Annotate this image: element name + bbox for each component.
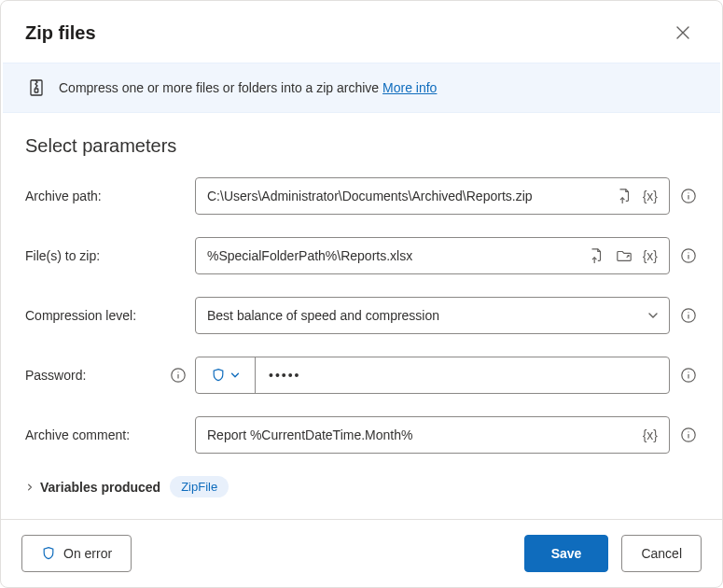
svg-point-13 <box>688 431 688 432</box>
compression-level-select[interactable]: Best balance of speed and compression <box>195 297 670 334</box>
archive-comment-input[interactable]: Report %CurrentDateTime.Month% {x} <box>195 416 670 454</box>
archive-path-input[interactable]: C:\Users\Administrator\Documents\Archive… <box>195 177 670 215</box>
info-icon[interactable] <box>679 246 698 265</box>
select-file-icon[interactable] <box>585 245 607 267</box>
insert-variable-icon[interactable]: {x} <box>641 427 660 442</box>
password-input[interactable]: ••••• <box>195 357 670 394</box>
more-info-link[interactable]: More info <box>382 80 437 95</box>
insert-variable-icon[interactable]: {x} <box>641 189 660 203</box>
archive-path-label: Archive path: <box>25 189 102 203</box>
password-value: ••••• <box>256 357 669 393</box>
on-error-label: On error <box>63 546 112 561</box>
password-label: Password: <box>25 368 86 383</box>
compression-level-value: Best balance of speed and compression <box>207 308 439 323</box>
variables-produced-expander[interactable]: Variables produced <box>25 480 160 495</box>
dialog-title: Zip files <box>25 22 96 44</box>
info-icon[interactable] <box>169 366 188 385</box>
on-error-button[interactable]: On error <box>21 535 132 572</box>
info-icon[interactable] <box>679 426 698 444</box>
info-icon[interactable] <box>679 306 698 325</box>
svg-point-9 <box>177 371 178 372</box>
select-folder-icon[interactable] <box>613 245 635 267</box>
archive-comment-label: Archive comment: <box>25 427 130 442</box>
chevron-down-icon <box>647 309 660 322</box>
info-banner: Compress one or more files or folders in… <box>3 63 720 113</box>
compression-level-label: Compression level: <box>25 308 136 323</box>
svg-point-11 <box>688 371 688 372</box>
shield-icon <box>211 368 226 383</box>
shield-icon <box>41 546 56 561</box>
password-mode-dropdown[interactable] <box>196 357 256 393</box>
banner-text: Compress one or more files or folders in… <box>59 80 382 95</box>
close-icon <box>676 26 689 39</box>
files-to-zip-input[interactable]: %SpecialFolderPath%\Reports.xlsx <box>195 237 670 274</box>
variables-produced-label: Variables produced <box>40 480 160 495</box>
close-button[interactable] <box>668 18 698 48</box>
files-to-zip-value: %SpecialFolderPath%\Reports.xlsx <box>207 248 585 263</box>
zip-icon <box>27 78 46 97</box>
svg-rect-1 <box>35 89 38 92</box>
chevron-down-icon <box>229 370 241 381</box>
svg-point-5 <box>688 252 688 253</box>
info-icon[interactable] <box>679 187 698 205</box>
section-heading: Select parameters <box>25 135 698 157</box>
svg-point-7 <box>688 312 688 313</box>
files-to-zip-label: File(s) to zip: <box>25 248 100 263</box>
svg-point-3 <box>688 192 688 193</box>
archive-comment-value: Report %CurrentDateTime.Month% <box>207 427 641 442</box>
info-icon[interactable] <box>679 366 698 385</box>
archive-path-value: C:\Users\Administrator\Documents\Archive… <box>207 189 613 203</box>
select-file-icon[interactable] <box>613 185 635 207</box>
cancel-button[interactable]: Cancel <box>621 535 702 572</box>
insert-variable-icon[interactable]: {x} <box>641 248 660 263</box>
chevron-right-icon <box>25 483 35 492</box>
variable-chip[interactable]: ZipFile <box>170 476 229 497</box>
save-button[interactable]: Save <box>524 535 609 572</box>
